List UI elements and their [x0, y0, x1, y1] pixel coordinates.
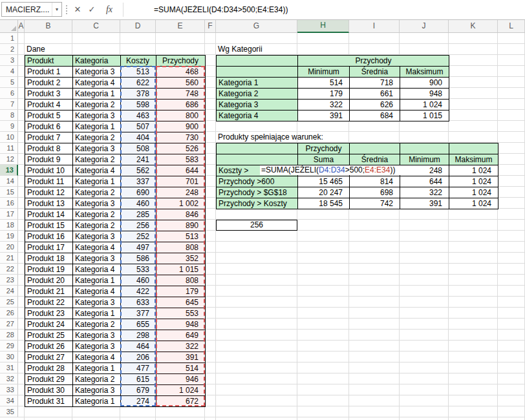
row-label[interactable]: Kategoria 4	[217, 110, 298, 121]
cell[interactable]	[217, 154, 298, 165]
cell[interactable]: 553	[156, 308, 206, 319]
cell[interactable]: Kategoria 1	[73, 89, 121, 100]
cell[interactable]	[350, 143, 400, 154]
cell[interactable]: 690	[121, 187, 156, 198]
cells-grid[interactable]: Dane Wg Kategorii Produkty spełniające w…	[18, 33, 525, 420]
cond-table-header-2[interactable]: Minimum	[400, 154, 449, 165]
cell[interactable]: Kategoria 1	[73, 396, 121, 407]
cell[interactable]: Kategoria 3	[73, 385, 121, 396]
cell[interactable]: Kategoria 3	[73, 231, 121, 242]
column-header-J[interactable]: J	[400, 20, 449, 33]
row-header-29[interactable]: 29	[0, 341, 18, 352]
cell[interactable]: Produkt 31	[25, 396, 73, 407]
cell[interactable]: 252	[121, 231, 156, 242]
cat-table-header-1[interactable]: Średnia	[350, 67, 400, 78]
cell[interactable]: 514	[156, 363, 206, 374]
cat-table-header-2[interactable]: Maksimum	[400, 67, 449, 78]
row-header-24[interactable]: 24	[0, 286, 18, 297]
cell[interactable]: 377	[121, 308, 156, 319]
cell[interactable]: 846	[156, 209, 206, 220]
cell[interactable]: 644	[156, 165, 206, 176]
name-box[interactable]: MACIERZ.... ▾	[1, 2, 62, 17]
cell[interactable]: 748	[156, 89, 206, 100]
cell[interactable]: 15 465	[298, 176, 350, 187]
cell[interactable]: Kategoria 4	[73, 242, 121, 253]
cell[interactable]: 464	[121, 341, 156, 352]
cat-table-title[interactable]: Przychody	[298, 56, 449, 67]
cell[interactable]: 1 002	[156, 198, 206, 209]
cell[interactable]: Produkt 22	[25, 297, 73, 308]
row-header-5[interactable]: 5	[0, 77, 18, 88]
cell[interactable]: Kategoria 2	[73, 154, 121, 165]
cell[interactable]: 18 545	[298, 198, 350, 209]
cell[interactable]: 179	[156, 286, 206, 297]
cell[interactable]: 615	[121, 374, 156, 385]
cell-g18[interactable]: 256	[216, 220, 297, 231]
cell[interactable]: 645	[156, 297, 206, 308]
cell[interactable]: 684	[350, 110, 400, 121]
main-table-header-1[interactable]: Kategoria	[73, 56, 121, 67]
column-header-L[interactable]: L	[498, 20, 525, 33]
row-header-16[interactable]: 16	[0, 198, 18, 209]
cell[interactable]: Kategoria 4	[73, 78, 121, 89]
cell[interactable]: Kategoria 3	[73, 253, 121, 264]
row-header-18[interactable]: 18	[0, 220, 18, 231]
cell[interactable]: 248	[156, 187, 206, 198]
cell[interactable]: 1 024	[449, 187, 498, 198]
column-header-E[interactable]: E	[156, 20, 205, 33]
row-header-34[interactable]: 34	[0, 395, 18, 406]
cell[interactable]: 800	[156, 110, 206, 121]
row-label[interactable]: Kategoria 1	[217, 78, 298, 89]
column-header-A[interactable]: A	[18, 20, 25, 33]
cell[interactable]: 422	[121, 286, 156, 297]
cell[interactable]: 322	[298, 100, 350, 110]
cell[interactable]: 513	[156, 231, 206, 242]
cell[interactable]: Kategoria 3	[73, 330, 121, 341]
cell[interactable]: 526	[156, 143, 206, 154]
cell[interactable]: 241	[121, 154, 156, 165]
cell[interactable]: 730	[156, 132, 206, 143]
chevron-down-icon[interactable]: ▾	[52, 3, 61, 16]
cell[interactable]: 378	[121, 89, 156, 100]
row-label[interactable]: Przychody > Koszty	[217, 198, 298, 209]
cell[interactable]: Kategoria 2	[73, 374, 121, 385]
cell[interactable]: Produkt 11	[25, 176, 73, 187]
row-header-21[interactable]: 21	[0, 253, 18, 264]
main-table-header-0[interactable]: Produkt	[25, 56, 73, 67]
row-label[interactable]: Kategoria 3	[217, 100, 298, 110]
row-header-23[interactable]: 23	[0, 275, 18, 286]
cell[interactable]: 206	[121, 352, 156, 363]
cell[interactable]: 598	[121, 100, 156, 110]
row-header-3[interactable]: 3	[0, 55, 18, 66]
row-header-7[interactable]: 7	[0, 99, 18, 110]
enter-icon[interactable]: ✓	[85, 2, 99, 17]
cell[interactable]: 698	[350, 187, 400, 198]
cell[interactable]: 1 024	[156, 385, 206, 396]
cell[interactable]: Produkt 5	[25, 110, 73, 121]
row-header-26[interactable]: 26	[0, 308, 18, 319]
cell[interactable]: Kategoria 4	[73, 165, 121, 176]
cell[interactable]: 672	[156, 396, 206, 407]
row-header-15[interactable]: 15	[0, 187, 18, 198]
cell[interactable]: Kategoria 2	[73, 319, 121, 330]
cell[interactable]: Kategoria 2	[73, 132, 121, 143]
cell[interactable]: 742	[350, 198, 400, 209]
cell[interactable]: Produkt 30	[25, 385, 73, 396]
cell[interactable]: 562	[121, 165, 156, 176]
cell[interactable]: Produkt 20	[25, 275, 73, 286]
cell[interactable]: 649	[156, 330, 206, 341]
cell[interactable]: Kategoria 2	[73, 187, 121, 198]
cell[interactable]: 274	[121, 396, 156, 407]
cell[interactable]: Produkt 7	[25, 132, 73, 143]
column-header-K[interactable]: K	[449, 20, 498, 33]
cell-b2-dane[interactable]: Dane	[27, 44, 45, 55]
cell[interactable]: 808	[156, 242, 206, 253]
cell[interactable]: 644	[400, 176, 449, 187]
cell[interactable]: Kategoria 1	[73, 308, 121, 319]
cell[interactable]: Produkt 27	[25, 352, 73, 363]
row-label[interactable]: Kategoria 2	[217, 89, 298, 100]
row-header-12[interactable]: 12	[0, 154, 18, 165]
cell[interactable]: Kategoria 1	[73, 176, 121, 187]
cell[interactable]: 391	[400, 198, 449, 209]
cell[interactable]: Kategoria 2	[73, 220, 121, 231]
